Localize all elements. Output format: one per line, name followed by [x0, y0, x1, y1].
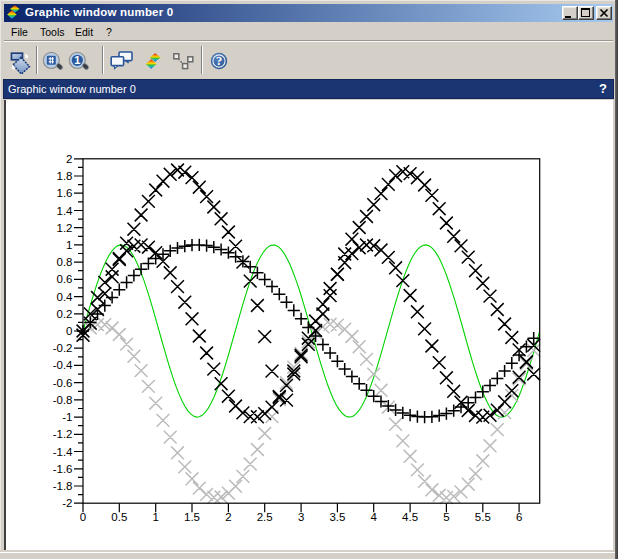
- svg-text:4: 4: [370, 511, 377, 523]
- svg-text:3.5: 3.5: [329, 511, 345, 523]
- svg-text:2: 2: [66, 153, 72, 165]
- svg-text:?: ?: [216, 54, 222, 68]
- svg-text:1.6: 1.6: [56, 187, 72, 199]
- svg-text:-0.6: -0.6: [52, 377, 72, 389]
- svg-text:-1.8: -1.8: [52, 480, 72, 492]
- svg-text:6: 6: [515, 511, 521, 523]
- svg-text:2: 2: [225, 511, 231, 523]
- svg-text:1.4: 1.4: [56, 205, 73, 217]
- svg-text:-1: -1: [62, 411, 72, 423]
- svg-text:-1.4: -1.4: [52, 446, 72, 458]
- svg-text:1: 1: [152, 511, 158, 523]
- svg-text:-0.2: -0.2: [52, 342, 72, 354]
- svg-text:4.5: 4.5: [402, 511, 418, 523]
- svg-text:0: 0: [66, 325, 72, 337]
- svg-text:0.5: 0.5: [111, 511, 127, 523]
- svg-text:0.6: 0.6: [56, 273, 72, 285]
- svg-text:5.5: 5.5: [474, 511, 490, 523]
- svg-text:1.2: 1.2: [56, 222, 72, 234]
- svg-text:-2: -2: [62, 497, 72, 509]
- svg-text:3: 3: [297, 511, 303, 523]
- svg-text:0.2: 0.2: [56, 308, 72, 320]
- svg-text:0.8: 0.8: [56, 256, 72, 268]
- svg-text:1.5: 1.5: [184, 511, 200, 523]
- svg-text:0.4: 0.4: [56, 291, 73, 303]
- svg-text:1: 1: [66, 239, 72, 251]
- svg-text:1: 1: [74, 54, 80, 66]
- svg-text:-1.6: -1.6: [52, 463, 72, 475]
- svg-text:5: 5: [443, 511, 449, 523]
- svg-text:2.5: 2.5: [256, 511, 272, 523]
- svg-text:-0.4: -0.4: [52, 359, 72, 371]
- svg-text:1.8: 1.8: [56, 170, 72, 182]
- svg-text:0: 0: [79, 511, 85, 523]
- svg-text:-1.2: -1.2: [52, 428, 72, 440]
- svg-text:-0.8: -0.8: [52, 394, 72, 406]
